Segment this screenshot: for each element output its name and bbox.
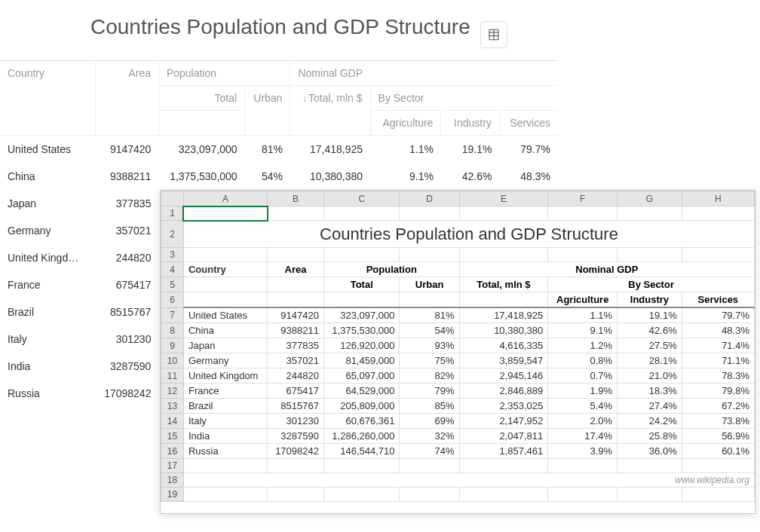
cell-urban[interactable]: 81%: [245, 136, 290, 164]
cell[interactable]: 69%: [400, 414, 459, 429]
cell[interactable]: 301230: [268, 414, 324, 429]
cell[interactable]: 85%: [400, 399, 459, 414]
col-head-A[interactable]: A: [183, 191, 267, 206]
cell[interactable]: 9147420: [268, 307, 324, 323]
cell[interactable]: 78.3%: [682, 368, 754, 384]
cell[interactable]: 17.4%: [548, 429, 618, 444]
cell[interactable]: [183, 292, 267, 308]
cell[interactable]: [459, 292, 548, 308]
cell[interactable]: 67.2%: [682, 399, 754, 414]
col-pop-urban[interactable]: Urban: [245, 86, 290, 136]
cell[interactable]: [183, 488, 267, 502]
cell-pop[interactable]: 1,375,530,000: [158, 163, 244, 190]
cell-A1[interactable]: [183, 206, 267, 221]
cell[interactable]: 1.9%: [548, 384, 618, 399]
cell-gdp[interactable]: 17,418,925: [290, 136, 370, 164]
cell[interactable]: 25.8%: [618, 429, 682, 444]
row-head[interactable]: 6: [161, 292, 184, 308]
cell[interactable]: [682, 488, 754, 502]
cell[interactable]: 21.0%: [618, 368, 682, 384]
cell[interactable]: [618, 488, 682, 502]
cell[interactable]: [682, 459, 754, 473]
cell[interactable]: Nominal GDP: [459, 262, 754, 277]
col-head-H[interactable]: H: [682, 191, 754, 206]
cell[interactable]: 3287590: [268, 429, 324, 444]
cell[interactable]: 65,097,000: [323, 368, 400, 384]
row-head[interactable]: 1: [161, 206, 184, 221]
cell[interactable]: 2.0%: [548, 414, 618, 429]
cell[interactable]: 18.3%: [618, 384, 682, 399]
cell-pop[interactable]: 323,097,000: [158, 136, 244, 164]
cell[interactable]: [323, 292, 400, 308]
cell[interactable]: [268, 488, 324, 502]
cell[interactable]: 71.4%: [682, 338, 754, 353]
cell[interactable]: [682, 206, 754, 221]
col-agr[interactable]: Agriculture: [370, 111, 441, 136]
cell[interactable]: 17098242: [268, 444, 324, 459]
cell-ind[interactable]: 42.6%: [441, 163, 500, 190]
cell[interactable]: 36.0%: [618, 444, 682, 459]
cell-country[interactable]: United States: [0, 136, 95, 164]
cell[interactable]: 4,616,335: [459, 338, 548, 353]
cell[interactable]: 2,147,952: [459, 414, 548, 429]
cell-area[interactable]: 301230: [95, 326, 158, 353]
cell-country[interactable]: Italy: [0, 326, 95, 353]
col-head-C[interactable]: C: [323, 191, 400, 206]
cell[interactable]: [682, 248, 754, 262]
cell[interactable]: [268, 248, 324, 262]
row-head[interactable]: 14: [161, 414, 184, 429]
col-ind[interactable]: Industry: [441, 111, 500, 136]
cell[interactable]: [323, 459, 400, 473]
cell[interactable]: 2,353,025: [459, 399, 548, 414]
cell[interactable]: [548, 488, 618, 502]
cell[interactable]: 24.2%: [618, 414, 682, 429]
cell-area[interactable]: 8515767: [95, 298, 158, 326]
cell[interactable]: India: [183, 429, 267, 444]
cell-srv[interactable]: 79.7%: [499, 136, 558, 164]
cell[interactable]: [618, 206, 682, 221]
cell[interactable]: [323, 488, 400, 502]
cell[interactable]: [268, 206, 324, 221]
cell[interactable]: Industry: [618, 292, 682, 308]
cell[interactable]: [268, 277, 324, 292]
cell[interactable]: France: [183, 384, 267, 399]
cell[interactable]: 5.4%: [548, 399, 618, 414]
cell[interactable]: [400, 459, 459, 473]
cell[interactable]: China: [183, 323, 267, 338]
cell[interactable]: 126,920,000: [323, 338, 400, 353]
cell-country[interactable]: India: [0, 353, 95, 380]
cell[interactable]: [400, 206, 459, 221]
cell-area[interactable]: 9147420: [95, 136, 158, 164]
cell[interactable]: United Kingdom: [183, 368, 267, 384]
cell[interactable]: Germany: [183, 353, 267, 368]
cell[interactable]: 0.8%: [548, 353, 618, 368]
col-pop-total[interactable]: Total: [158, 86, 244, 111]
row-head[interactable]: 7: [161, 307, 184, 323]
table-row[interactable]: United States9147420323,097,00081%17,418…: [0, 136, 558, 164]
cell[interactable]: 3.9%: [548, 444, 618, 459]
cell[interactable]: 54%: [400, 323, 459, 338]
row-head[interactable]: 18: [161, 473, 184, 488]
cell[interactable]: [548, 459, 618, 473]
cell[interactable]: Japan: [183, 338, 267, 353]
cell[interactable]: [183, 277, 267, 292]
cell[interactable]: 9.1%: [548, 323, 618, 338]
cell[interactable]: Area: [268, 262, 324, 277]
cell[interactable]: 79.8%: [682, 384, 754, 399]
cell[interactable]: 8515767: [268, 399, 324, 414]
col-gdp-sector[interactable]: By Sector: [370, 86, 558, 111]
cell[interactable]: 0.7%: [548, 368, 618, 384]
cell[interactable]: Brazil: [183, 399, 267, 414]
cell-area[interactable]: 17098242: [95, 380, 158, 407]
cell[interactable]: United States: [183, 307, 267, 323]
cell-area[interactable]: 377835: [95, 190, 158, 217]
table-row[interactable]: China93882111,375,530,00054%10,380,3809.…: [0, 163, 558, 190]
cell-area[interactable]: 3287590: [95, 353, 158, 380]
cell-country[interactable]: China: [0, 163, 95, 190]
col-gdp-total[interactable]: ↓Total, mln $: [290, 86, 370, 136]
cell[interactable]: Services: [682, 292, 754, 308]
export-xlsx-button[interactable]: [480, 21, 507, 48]
cell[interactable]: 10,380,380: [459, 323, 548, 338]
cell[interactable]: [548, 206, 618, 221]
cell[interactable]: 205,809,000: [323, 399, 400, 414]
